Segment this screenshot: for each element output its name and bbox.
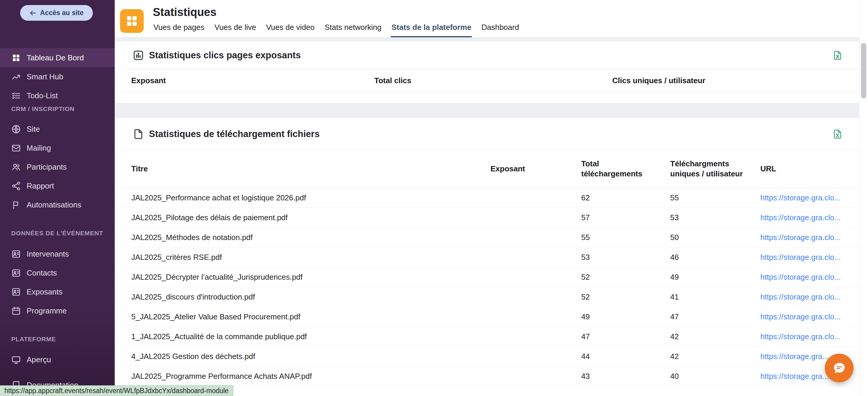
table-row: 4_JAL2025 Gestion des déchets.pdf 44 42 … [115,346,859,366]
contact-badge-icon [11,287,21,297]
file-title: JAL2025_Pilotage des délais de paiement.… [131,213,491,222]
tab-stats-de-la-plateforme[interactable]: Stats de la plateforme [391,23,472,37]
sidebar: Accès au site Tableau De Bord Smart Hub … [0,0,115,396]
sidebar-item-label: Intervenants [27,250,69,259]
file-url-link[interactable]: https://storage.gra.clo... [761,193,856,202]
file-total-downloads: 53 [581,253,670,262]
sidebar-item-label: Participants [27,163,67,172]
file-url-link[interactable]: https://storage.gra.clo... [761,253,856,262]
card-title: Statistiques clics pages exposants [149,50,301,61]
card-title: Statistiques de téléchargement fichiers [149,129,319,139]
table-row: JAL2025_Décrypter l’actualité_Jurisprude… [115,267,859,287]
file-unique-downloads: 42 [670,332,761,341]
contact-badge-icon [11,268,21,278]
globe-icon [11,124,21,134]
sidebar-item-apercu[interactable]: Aperçu [0,350,115,369]
file-title: JAL2025_Décrypter l’actualité_Jurisprude… [131,273,491,282]
sidebar-item-automatisations[interactable]: Automatisations [0,195,115,214]
file-url-link[interactable]: https://storage.gra.clo... [761,332,856,341]
file-url-link[interactable]: https://storage.gra.clo... [761,233,856,242]
scrollbar-thumb[interactable] [861,43,866,98]
sidebar-nav: Tableau De Bord Smart Hub Todo-List CRM … [0,48,115,395]
table-row: JAL2025_critères RSE.pdf 53 46 https://s… [115,248,859,267]
tab-vues-de-video[interactable]: Vues de video [266,23,315,37]
sidebar-item-label: Contacts [27,268,57,278]
main-area: Statistiques Vues de pages Vues de live … [115,0,859,396]
sidebar-item-label: Aperçu [27,355,51,364]
vertical-scrollbar[interactable] [859,0,868,396]
export-excel-button[interactable] [833,50,843,60]
table-row: JAL2025_Programme Performance Achats ANA… [115,366,859,386]
sidebar-item-mailing[interactable]: Mailing [0,139,115,158]
sidebar-item-programme[interactable]: Programme [0,301,115,320]
sidebar-section-crm: CRM / INSCRIPTION [0,105,115,112]
calendar-icon [11,306,21,316]
sidebar-item-label: Tableau De Bord [27,53,84,62]
file-url-link[interactable]: https://storage.gra.clo... [761,213,856,222]
export-excel-button[interactable] [833,129,843,139]
todo-list-icon [11,91,21,101]
file-title: 1_JAL2025_Actualité de la commande publi… [131,332,491,341]
file-unique-downloads: 42 [670,352,761,361]
file-title: JAL2025_Programme Performance Achats ANA… [131,372,491,381]
sidebar-item-label: Automatisations [27,200,81,209]
file-total-downloads: 43 [581,372,670,381]
file-total-downloads: 47 [581,332,670,341]
monitor-icon [11,355,21,365]
column-header-url: URL [761,164,856,174]
sidebar-item-intervenants[interactable]: Intervenants [0,245,115,263]
sidebar-item-tableau-de-bord[interactable]: Tableau De Bord [0,48,115,67]
content-area: Statistiques clics pages exposants Expos… [115,37,859,396]
statistics-app-icon [120,9,144,33]
column-header-telechargements-uniques: Téléchargments uniques / utilisateur [670,159,759,179]
clicks-table-header: Exposant Total clics Clics uniques / uti… [115,69,859,92]
file-url-link[interactable]: https://storage.gra.clo... [761,292,856,302]
sidebar-item-exposants[interactable]: Exposants [0,282,115,301]
excel-file-icon [833,129,843,139]
table-row: JAL2025_Méthodes de notation.pdf 55 50 h… [115,228,859,248]
file-downloads-card: Statistiques de téléchargement fichiers … [115,118,859,396]
file-unique-downloads: 40 [670,372,761,381]
sidebar-item-site[interactable]: Site [0,119,115,139]
chat-bubble-icon [832,361,846,375]
file-unique-downloads: 53 [670,213,761,222]
file-title: JAL2025_Performance achat et logistique … [131,193,491,202]
file-url-link[interactable]: https://storage.gra.clo... [761,312,856,321]
file-total-downloads: 57 [581,213,670,222]
dashboard-icon [11,53,21,63]
file-title: 4_JAL2025 Gestion des déchets.pdf [131,352,491,361]
tab-dashboard[interactable]: Dashboard [481,23,520,37]
column-header-total-telechargements: Total téléchargements [581,159,649,179]
file-unique-downloads: 47 [670,312,761,321]
table-row: JAL2025_discours d'introduction.pdf 52 4… [115,287,859,307]
sidebar-item-rapport[interactable]: Rapport [0,176,115,195]
chat-fab-button[interactable] [825,354,854,383]
card-header: Statistiques de téléchargement fichiers [115,118,859,150]
tab-stats-networking[interactable]: Stats networking [324,23,382,37]
table-row: 5_JAL2025_Atelier Value Based Procuremen… [115,307,859,327]
users-icon [11,162,21,172]
column-header-exposant: Exposant [491,164,581,174]
sidebar-item-smart-hub[interactable]: Smart Hub [0,67,115,86]
sidebar-item-label: Mailing [27,144,51,153]
column-header-clics-uniques: Clics uniques / utilisateur [612,76,859,85]
sidebar-section-plateforme: PLATEFORME [0,336,115,343]
mail-icon [11,143,21,153]
page-title: Statistiques [153,6,216,19]
sidebar-item-contacts[interactable]: Contacts [0,263,115,282]
file-total-downloads: 55 [581,233,670,242]
file-total-downloads: 52 [581,273,670,282]
sidebar-item-label: Smart Hub [27,72,63,81]
bar-chart-icon [132,50,144,61]
column-header-exposant: Exposant [131,76,374,85]
file-url-link[interactable]: https://storage.gra.clo... [761,273,856,282]
tab-vues-de-live[interactable]: Vues de live [214,23,257,37]
file-total-downloads: 49 [581,312,670,321]
column-header-total-clics: Total clics [374,76,612,85]
access-site-button[interactable]: Accès au site [20,5,93,21]
smart-hub-icon [11,72,21,82]
file-unique-downloads: 55 [670,193,761,202]
sidebar-item-participants[interactable]: Participants [0,158,115,176]
sidebar-item-todo-list[interactable]: Todo-List [0,86,115,105]
tab-vues-de-pages[interactable]: Vues de pages [153,23,205,37]
